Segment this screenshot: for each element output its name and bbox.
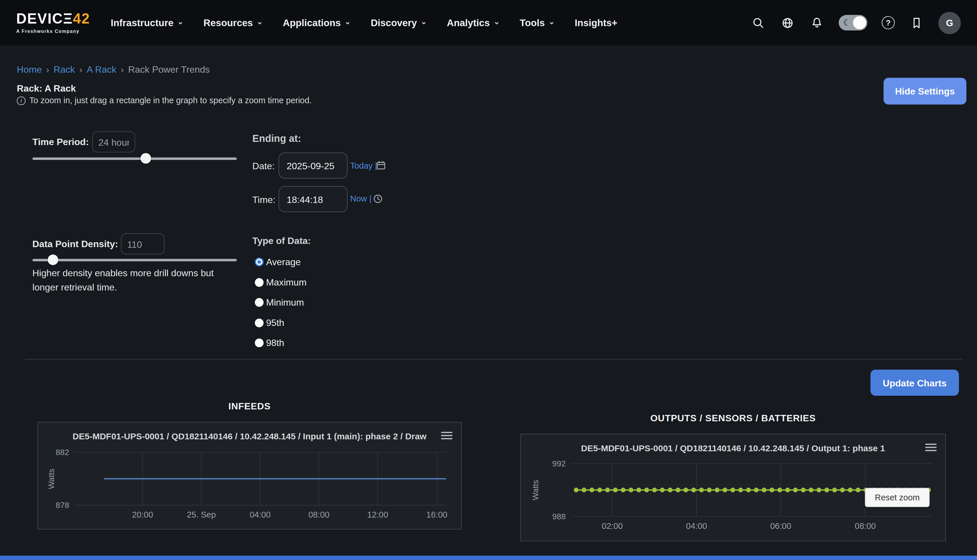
bookmark-icon: [910, 16, 924, 30]
x-tick-label: 08:00: [855, 521, 876, 531]
chevron-down-icon: ⌄: [257, 18, 263, 25]
chevron-down-icon: ⌄: [548, 18, 555, 25]
nav-item-tools[interactable]: Tools⌄: [511, 11, 563, 34]
breadcrumb-separator: ›: [46, 64, 50, 75]
breadcrumb-current: Rack Power Trends: [128, 64, 210, 75]
hamburger-icon: [925, 444, 937, 445]
ending-at-label: Ending at:: [252, 133, 301, 145]
chevron-down-icon: ⌄: [421, 18, 427, 25]
info-icon: i: [17, 96, 26, 105]
chevron-down-icon: ⌄: [493, 18, 500, 25]
y-axis-label: Watts: [47, 452, 56, 505]
calendar-icon: [376, 160, 386, 170]
radio-icon[interactable]: [255, 298, 264, 307]
nav-item-applications[interactable]: Applications⌄: [275, 11, 359, 34]
slider-handle[interactable]: [140, 153, 151, 163]
notifications-button[interactable]: [809, 15, 824, 30]
calendar-icon-button[interactable]: [376, 160, 386, 173]
infeeds-section-title: INFEEDS: [37, 401, 461, 411]
clock-icon: [373, 193, 383, 204]
x-tick-label: 06:00: [770, 521, 791, 531]
page-title: Rack: A Rack: [17, 83, 76, 93]
bell-icon: [810, 16, 824, 30]
plot-area[interactable]: [74, 452, 446, 505]
globe-icon: [781, 16, 794, 30]
clock-icon-button[interactable]: [373, 193, 383, 207]
x-tick-label: 04:00: [686, 521, 707, 531]
chart-menu-button[interactable]: [441, 432, 453, 441]
toggle-knob: [853, 16, 866, 29]
device42-logo[interactable]: DEVICΞ42 A Freshworks Company: [16, 12, 90, 34]
nav-item-insights[interactable]: Insights+: [566, 11, 625, 34]
question-icon: ?: [886, 18, 890, 27]
settings-divider: [25, 359, 962, 360]
nav-item-resources[interactable]: Resources⌄: [195, 11, 271, 34]
radio-icon[interactable]: [255, 338, 264, 347]
outputs-section-title: OUTPUTS / SENSORS / BATTERIES: [520, 413, 946, 423]
help-button[interactable]: ?: [882, 16, 895, 29]
y-tick-label: 878: [38, 501, 69, 510]
chevron-down-icon: ⌄: [177, 18, 184, 25]
breadcrumb-home[interactable]: Home: [17, 64, 42, 75]
radio-selected-icon[interactable]: [255, 257, 264, 266]
density-label: Data Point Density:: [32, 238, 118, 249]
breadcrumb: Home › Rack › A Rack › Rack Power Trends: [17, 64, 210, 75]
y-tick-label: 992: [521, 459, 566, 468]
breadcrumb-rack[interactable]: Rack: [53, 64, 75, 75]
radio-maximum[interactable]: Maximum: [255, 277, 307, 287]
time-label: Time:: [252, 194, 275, 205]
infeeds-chart-panel: DE5-MDF01-UPS-0001 / QD1821140146 / 10.4…: [37, 422, 461, 530]
x-tick-label: 25. Sep: [187, 510, 216, 520]
navbar-actions: ☾ ? G: [751, 12, 961, 34]
nav-item-discovery[interactable]: Discovery⌄: [362, 11, 435, 34]
date-input[interactable]: [279, 152, 348, 178]
slider-track: [32, 258, 237, 261]
today-link[interactable]: Today |: [350, 161, 377, 170]
radio-average[interactable]: Average: [255, 257, 301, 267]
x-tick-label: 12:00: [367, 510, 388, 520]
nav-item-infrastructure[interactable]: Infrastructure⌄: [103, 11, 192, 34]
radio-98th[interactable]: 98th: [255, 337, 284, 348]
density-input[interactable]: [121, 233, 164, 255]
hamburger-icon: [441, 432, 453, 433]
time-input[interactable]: [279, 186, 348, 212]
nav-item-analytics[interactable]: Analytics⌄: [439, 11, 508, 34]
radio-95th[interactable]: 95th: [255, 317, 284, 328]
chevron-down-icon: ⌄: [344, 18, 351, 25]
zoom-hint: i To zoom in, just drag a rectangle in t…: [17, 96, 312, 105]
radio-minimum[interactable]: Minimum: [255, 297, 304, 307]
radio-icon[interactable]: [255, 278, 264, 287]
reset-zoom-button[interactable]: Reset zoom: [865, 488, 930, 507]
time-period-input[interactable]: [92, 132, 135, 153]
time-period-slider[interactable]: [32, 153, 237, 163]
brand-subtitle: A Freshworks Company: [16, 28, 90, 34]
search-icon: [752, 16, 765, 30]
brand-text: DEVICΞ42: [16, 12, 90, 26]
slider-handle[interactable]: [47, 254, 58, 265]
chart-menu-button[interactable]: [925, 444, 937, 453]
theme-toggle[interactable]: ☾: [839, 15, 868, 30]
moon-icon: ☾: [843, 17, 851, 28]
x-tick-label: 08:00: [308, 510, 329, 520]
breadcrumb-a-rack[interactable]: A Rack: [87, 64, 116, 75]
x-tick-label: 02:00: [602, 521, 623, 531]
globe-button[interactable]: [780, 15, 795, 30]
footer-bar: [0, 556, 977, 560]
y-axis-label: Watts: [531, 463, 540, 517]
x-tick-label: 04:00: [250, 510, 271, 520]
y-tick-label: 988: [521, 512, 566, 521]
density-slider[interactable]: [32, 254, 237, 265]
y-tick-label: 882: [38, 448, 69, 457]
update-charts-button[interactable]: Update Charts: [870, 370, 959, 396]
time-period-label: Time Period:: [32, 137, 89, 147]
user-avatar[interactable]: G: [938, 12, 961, 34]
breadcrumb-separator: ›: [121, 64, 124, 75]
type-of-data-label: Type of Data:: [252, 235, 311, 246]
bookmarks-button[interactable]: [909, 15, 924, 30]
breadcrumb-separator: ›: [79, 64, 82, 75]
outputs-chart-panel: DE5-MDF01-UPS-0001 / QD1821140146 / 10.4…: [520, 434, 946, 542]
hide-settings-button[interactable]: Hide Settings: [883, 78, 967, 105]
radio-icon[interactable]: [255, 318, 264, 327]
search-button[interactable]: [751, 15, 766, 30]
now-link[interactable]: Now |: [350, 194, 372, 203]
